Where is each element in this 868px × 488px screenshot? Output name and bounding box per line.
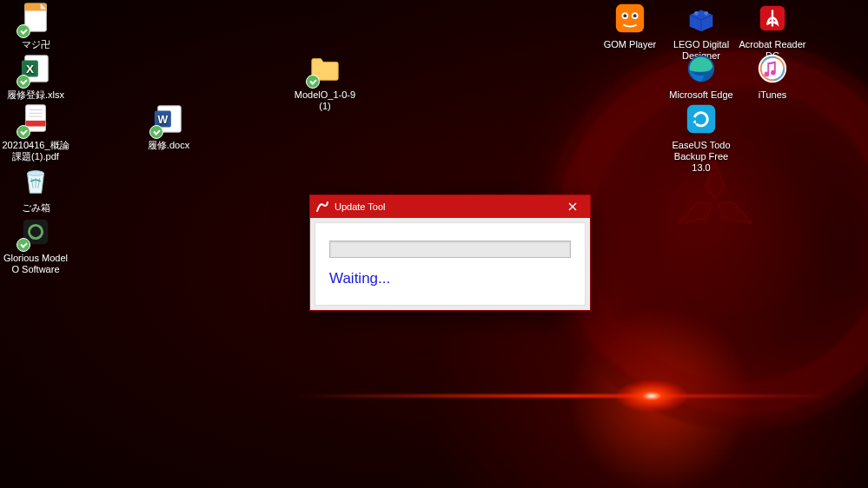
sync-badge-icon xyxy=(17,75,30,89)
close-button[interactable] xyxy=(555,195,590,218)
progress-bar xyxy=(329,241,571,258)
icon-label: 履修.docx xyxy=(148,140,189,151)
update-tool-window: Update Tool Waiting... xyxy=(309,195,591,311)
recycle-bin-icon xyxy=(19,165,52,201)
svg-point-19 xyxy=(623,14,626,17)
desktop-icon-gom[interactable]: GOM Player xyxy=(596,2,664,50)
close-icon xyxy=(568,202,577,211)
gom-icon xyxy=(613,2,646,37)
itunes-icon xyxy=(756,52,789,88)
icon-label: マジ卍 xyxy=(22,39,50,50)
window-client-area: Waiting... xyxy=(315,222,586,306)
desktop-icon-glorious[interactable]: Glorious Model O Software xyxy=(2,215,70,275)
svg-point-21 xyxy=(694,10,699,15)
icon-label: Glorious Model O Software xyxy=(2,253,70,275)
window-title: Update Tool xyxy=(335,201,555,212)
window-titlebar[interactable]: Update Tool xyxy=(310,195,590,218)
desktop-icon-edge[interactable]: Microsoft Edge xyxy=(667,52,735,101)
svg-rect-6 xyxy=(26,120,46,126)
desktop-icon-maji[interactable]: マジ卍 xyxy=(2,2,70,50)
svg-point-25 xyxy=(759,54,786,82)
icon-label: ごみ箱 xyxy=(22,202,50,214)
status-text: Waiting... xyxy=(329,270,573,287)
sync-badge-icon xyxy=(17,238,30,252)
svg-point-10 xyxy=(28,170,44,175)
desktop-icon-itunes[interactable]: iTunes xyxy=(739,52,806,101)
sync-badge-icon xyxy=(17,125,30,139)
desktop-icon-pdf-20210416[interactable]: 20210416_概論課題(1).pdf xyxy=(2,102,70,162)
icon-label: Microsoft Edge xyxy=(669,89,732,101)
easeus-icon xyxy=(685,102,718,138)
desktop-icon-modelo-folder[interactable]: ModelO_1-0-9 (1) xyxy=(291,52,359,112)
desktop-icon-easeus[interactable]: EaseUS Todo Backup Free 13.0 xyxy=(667,102,735,174)
edge-icon xyxy=(685,52,718,88)
svg-point-20 xyxy=(633,14,637,17)
acrobat-icon xyxy=(756,2,789,37)
desktop-icon-recycle-bin[interactable]: ごみ箱 xyxy=(2,165,70,214)
sync-badge-icon xyxy=(17,24,30,38)
sync-badge-icon xyxy=(149,125,163,139)
lego-icon xyxy=(685,2,718,37)
icon-label: ModelO_1-0-9 (1) xyxy=(291,89,359,112)
svg-text:W: W xyxy=(158,113,169,125)
svg-rect-28 xyxy=(687,104,715,132)
app-icon xyxy=(315,200,329,214)
sync-badge-icon xyxy=(306,75,320,89)
svg-text:X: X xyxy=(26,62,34,75)
desktop-icon-rishu-docx[interactable]: W 履修.docx xyxy=(135,102,202,151)
svg-point-22 xyxy=(704,10,708,15)
desktop-icon-rishu-xlsx[interactable]: X 履修登録.xlsx xyxy=(2,52,70,101)
icon-label: iTunes xyxy=(759,89,787,101)
svg-rect-16 xyxy=(616,3,644,31)
icon-label: 履修登録.xlsx xyxy=(7,89,64,101)
icon-label: 20210416_概論課題(1).pdf xyxy=(2,140,70,162)
icon-label: EaseUS Todo Backup Free 13.0 xyxy=(667,140,735,174)
icon-label: GOM Player xyxy=(604,39,657,50)
